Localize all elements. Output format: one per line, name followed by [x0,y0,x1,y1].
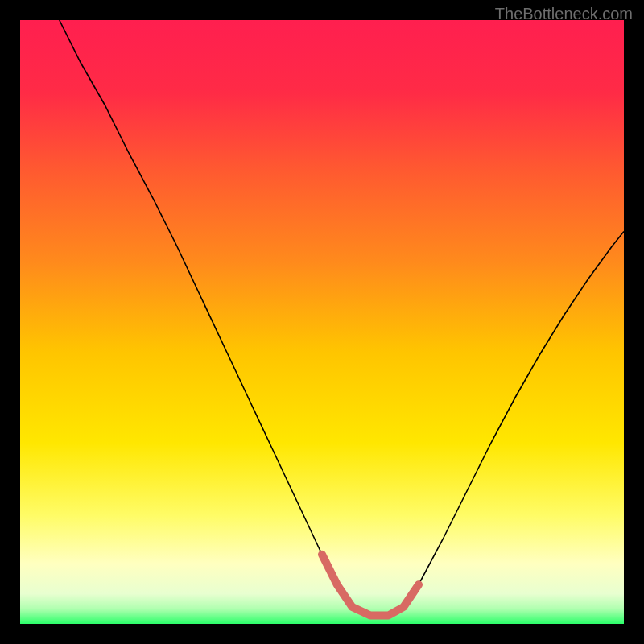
bottleneck-curve-chart [20,20,624,624]
chart-container [20,20,624,624]
chart-background-gradient [20,20,624,624]
watermark-text: TheBottleneck.com [495,5,633,23]
